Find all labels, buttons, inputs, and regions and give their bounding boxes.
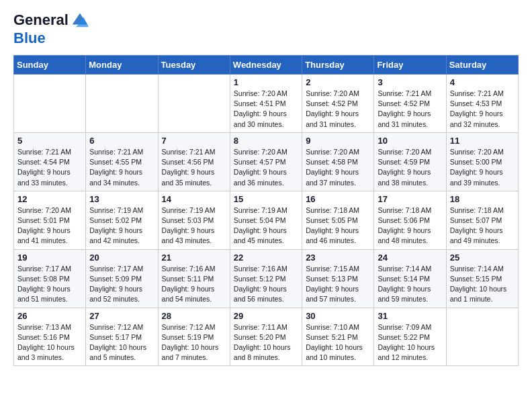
- day-cell: [158, 75, 230, 133]
- day-number: 18: [450, 194, 515, 204]
- day-info: Sunrise: 7:13 AM Sunset: 5:16 PM Dayligh…: [17, 322, 82, 363]
- day-number: 14: [162, 194, 226, 204]
- day-cell: 21Sunrise: 7:16 AM Sunset: 5:11 PM Dayli…: [158, 249, 230, 308]
- weekday-header-sunday: Sunday: [14, 56, 86, 75]
- day-number: 13: [89, 194, 154, 204]
- day-info: Sunrise: 7:21 AM Sunset: 4:54 PM Dayligh…: [17, 147, 82, 188]
- day-number: 7: [162, 136, 226, 146]
- day-number: 26: [17, 311, 82, 321]
- day-cell: 7Sunrise: 7:21 AM Sunset: 4:56 PM Daylig…: [158, 132, 230, 191]
- day-number: 2: [306, 77, 370, 87]
- day-cell: 16Sunrise: 7:18 AM Sunset: 5:05 PM Dayli…: [302, 191, 374, 249]
- day-cell: [86, 75, 158, 133]
- logo: General Blue: [13, 11, 89, 47]
- weekday-header-tuesday: Tuesday: [158, 56, 230, 75]
- day-info: Sunrise: 7:14 AM Sunset: 5:15 PM Dayligh…: [450, 264, 515, 305]
- day-info: Sunrise: 7:20 AM Sunset: 5:00 PM Dayligh…: [450, 147, 515, 188]
- day-info: Sunrise: 7:17 AM Sunset: 5:08 PM Dayligh…: [17, 264, 82, 305]
- day-cell: 22Sunrise: 7:16 AM Sunset: 5:12 PM Dayli…: [230, 249, 302, 308]
- day-cell: 4Sunrise: 7:21 AM Sunset: 4:53 PM Daylig…: [446, 75, 518, 133]
- day-cell: 27Sunrise: 7:12 AM Sunset: 5:17 PM Dayli…: [86, 308, 158, 366]
- day-cell: 9Sunrise: 7:20 AM Sunset: 4:58 PM Daylig…: [302, 132, 374, 191]
- day-number: 20: [89, 253, 154, 263]
- header: General Blue: [13, 11, 519, 47]
- day-number: 23: [306, 253, 370, 263]
- day-cell: 31Sunrise: 7:09 AM Sunset: 5:22 PM Dayli…: [374, 308, 446, 366]
- day-info: Sunrise: 7:19 AM Sunset: 5:04 PM Dayligh…: [234, 205, 298, 246]
- day-cell: 8Sunrise: 7:20 AM Sunset: 4:57 PM Daylig…: [230, 132, 302, 191]
- day-info: Sunrise: 7:19 AM Sunset: 5:02 PM Dayligh…: [89, 205, 154, 246]
- weekday-header-row: SundayMondayTuesdayWednesdayThursdayFrid…: [14, 56, 519, 75]
- day-info: Sunrise: 7:12 AM Sunset: 5:19 PM Dayligh…: [162, 322, 226, 363]
- day-number: 22: [234, 253, 298, 263]
- day-cell: 26Sunrise: 7:13 AM Sunset: 5:16 PM Dayli…: [14, 308, 86, 366]
- day-info: Sunrise: 7:18 AM Sunset: 5:06 PM Dayligh…: [378, 205, 442, 246]
- day-cell: 13Sunrise: 7:19 AM Sunset: 5:02 PM Dayli…: [86, 191, 158, 249]
- weekday-header-monday: Monday: [86, 56, 158, 75]
- day-info: Sunrise: 7:20 AM Sunset: 4:51 PM Dayligh…: [234, 89, 298, 130]
- day-info: Sunrise: 7:16 AM Sunset: 5:12 PM Dayligh…: [234, 264, 298, 305]
- day-info: Sunrise: 7:21 AM Sunset: 4:55 PM Dayligh…: [89, 147, 154, 188]
- calendar-page: General Blue SundayMondayTuesdayWednesda…: [0, 0, 532, 379]
- day-info: Sunrise: 7:19 AM Sunset: 5:03 PM Dayligh…: [162, 205, 226, 246]
- week-row-3: 12Sunrise: 7:20 AM Sunset: 5:01 PM Dayli…: [14, 191, 519, 249]
- day-info: Sunrise: 7:21 AM Sunset: 4:52 PM Dayligh…: [378, 89, 442, 130]
- day-number: 4: [450, 77, 515, 87]
- day-number: 3: [378, 77, 442, 87]
- day-cell: 3Sunrise: 7:21 AM Sunset: 4:52 PM Daylig…: [374, 75, 446, 133]
- day-cell: 2Sunrise: 7:20 AM Sunset: 4:52 PM Daylig…: [302, 75, 374, 133]
- day-cell: 12Sunrise: 7:20 AM Sunset: 5:01 PM Dayli…: [14, 191, 86, 249]
- day-cell: 15Sunrise: 7:19 AM Sunset: 5:04 PM Dayli…: [230, 191, 302, 249]
- day-info: Sunrise: 7:18 AM Sunset: 5:05 PM Dayligh…: [306, 205, 370, 246]
- day-info: Sunrise: 7:17 AM Sunset: 5:09 PM Dayligh…: [89, 264, 154, 305]
- day-cell: 29Sunrise: 7:11 AM Sunset: 5:20 PM Dayli…: [230, 308, 302, 366]
- day-cell: 17Sunrise: 7:18 AM Sunset: 5:06 PM Dayli…: [374, 191, 446, 249]
- day-cell: 14Sunrise: 7:19 AM Sunset: 5:03 PM Dayli…: [158, 191, 230, 249]
- day-info: Sunrise: 7:20 AM Sunset: 4:58 PM Dayligh…: [306, 147, 370, 188]
- logo-icon: [70, 11, 89, 30]
- day-number: 25: [450, 253, 515, 263]
- day-number: 1: [234, 77, 298, 87]
- day-cell: 18Sunrise: 7:18 AM Sunset: 5:07 PM Dayli…: [446, 191, 518, 249]
- day-number: 6: [89, 136, 154, 146]
- day-number: 27: [89, 311, 154, 321]
- day-cell: [446, 308, 518, 366]
- day-info: Sunrise: 7:20 AM Sunset: 4:59 PM Dayligh…: [378, 147, 442, 188]
- day-number: 12: [17, 194, 82, 204]
- day-info: Sunrise: 7:20 AM Sunset: 4:57 PM Dayligh…: [234, 147, 298, 188]
- weekday-header-wednesday: Wednesday: [230, 56, 302, 75]
- day-number: 30: [306, 311, 370, 321]
- day-info: Sunrise: 7:21 AM Sunset: 4:53 PM Dayligh…: [450, 89, 515, 130]
- day-info: Sunrise: 7:12 AM Sunset: 5:17 PM Dayligh…: [89, 322, 154, 363]
- day-number: 16: [306, 194, 370, 204]
- day-cell: 20Sunrise: 7:17 AM Sunset: 5:09 PM Dayli…: [86, 249, 158, 308]
- day-cell: 25Sunrise: 7:14 AM Sunset: 5:15 PM Dayli…: [446, 249, 518, 308]
- day-cell: 30Sunrise: 7:10 AM Sunset: 5:21 PM Dayli…: [302, 308, 374, 366]
- week-row-4: 19Sunrise: 7:17 AM Sunset: 5:08 PM Dayli…: [14, 249, 519, 308]
- week-row-2: 5Sunrise: 7:21 AM Sunset: 4:54 PM Daylig…: [14, 132, 519, 191]
- week-row-5: 26Sunrise: 7:13 AM Sunset: 5:16 PM Dayli…: [14, 308, 519, 366]
- day-cell: 6Sunrise: 7:21 AM Sunset: 4:55 PM Daylig…: [86, 132, 158, 191]
- day-cell: 1Sunrise: 7:20 AM Sunset: 4:51 PM Daylig…: [230, 75, 302, 133]
- day-number: 9: [306, 136, 370, 146]
- weekday-header-thursday: Thursday: [302, 56, 374, 75]
- day-cell: 11Sunrise: 7:20 AM Sunset: 5:00 PM Dayli…: [446, 132, 518, 191]
- day-cell: 28Sunrise: 7:12 AM Sunset: 5:19 PM Dayli…: [158, 308, 230, 366]
- day-info: Sunrise: 7:14 AM Sunset: 5:14 PM Dayligh…: [378, 264, 442, 305]
- day-number: 24: [378, 253, 442, 263]
- day-number: 17: [378, 194, 442, 204]
- day-number: 10: [378, 136, 442, 146]
- day-info: Sunrise: 7:15 AM Sunset: 5:13 PM Dayligh…: [306, 264, 370, 305]
- day-cell: 10Sunrise: 7:20 AM Sunset: 4:59 PM Dayli…: [374, 132, 446, 191]
- day-number: 21: [162, 253, 226, 263]
- day-number: 8: [234, 136, 298, 146]
- calendar-table: SundayMondayTuesdayWednesdayThursdayFrid…: [13, 55, 519, 366]
- day-number: 19: [17, 253, 82, 263]
- day-cell: [14, 75, 86, 133]
- day-cell: 5Sunrise: 7:21 AM Sunset: 4:54 PM Daylig…: [14, 132, 86, 191]
- day-cell: 23Sunrise: 7:15 AM Sunset: 5:13 PM Dayli…: [302, 249, 374, 308]
- week-row-1: 1Sunrise: 7:20 AM Sunset: 4:51 PM Daylig…: [14, 75, 519, 133]
- day-info: Sunrise: 7:20 AM Sunset: 4:52 PM Dayligh…: [306, 89, 370, 130]
- logo-blue: Blue: [13, 30, 89, 47]
- day-number: 31: [378, 311, 442, 321]
